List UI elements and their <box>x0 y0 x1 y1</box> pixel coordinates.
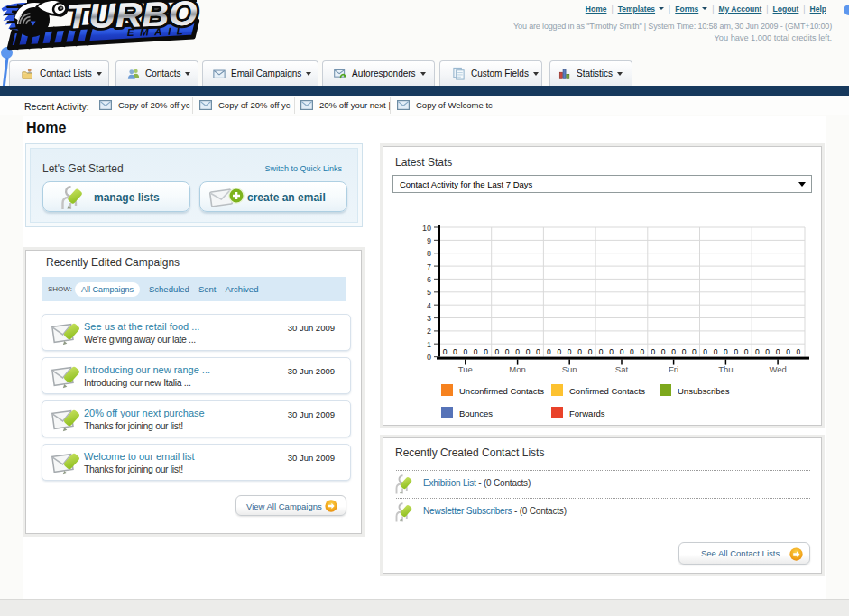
svg-text:Thu: Thu <box>718 364 733 374</box>
svg-text:0: 0 <box>682 347 687 356</box>
svg-text:0: 0 <box>661 347 666 356</box>
svg-text:0: 0 <box>714 347 718 356</box>
svg-text:8: 8 <box>427 249 431 258</box>
svg-text:0: 0 <box>755 347 760 356</box>
svg-text:10: 10 <box>422 224 431 233</box>
svg-text:0: 0 <box>463 347 467 356</box>
svg-text:0: 0 <box>484 347 488 356</box>
svg-text:5: 5 <box>427 288 431 297</box>
svg-text:0: 0 <box>536 347 540 356</box>
svg-text:0: 0 <box>765 347 770 356</box>
svg-text:0: 0 <box>557 347 561 356</box>
svg-text:1: 1 <box>427 340 431 349</box>
svg-text:0: 0 <box>786 347 790 356</box>
svg-text:0: 0 <box>505 347 510 356</box>
svg-text:Fri: Fri <box>669 364 678 374</box>
svg-text:0: 0 <box>427 353 431 362</box>
svg-text:0: 0 <box>577 347 582 356</box>
svg-text:0: 0 <box>547 347 551 356</box>
svg-text:0: 0 <box>599 347 604 356</box>
svg-text:Sun: Sun <box>562 364 577 374</box>
svg-text:6: 6 <box>427 275 431 284</box>
svg-text:0: 0 <box>797 347 801 356</box>
svg-text:0: 0 <box>640 347 644 356</box>
svg-text:0: 0 <box>453 347 457 356</box>
svg-text:0: 0 <box>568 347 572 356</box>
svg-text:0: 0 <box>744 347 749 356</box>
svg-text:0: 0 <box>474 347 478 356</box>
svg-text:0: 0 <box>734 347 738 356</box>
svg-text:9: 9 <box>427 236 431 245</box>
svg-text:Unconfirmed Contacts: Unconfirmed Contacts <box>459 386 544 396</box>
svg-text:0: 0 <box>609 347 614 356</box>
svg-text:Unsubscribes: Unsubscribes <box>678 386 730 396</box>
svg-text:Tue: Tue <box>458 364 473 374</box>
svg-text:7: 7 <box>427 262 431 271</box>
svg-text:Wed: Wed <box>769 364 786 374</box>
svg-text:0: 0 <box>620 347 624 356</box>
svg-text:0: 0 <box>651 347 655 356</box>
svg-text:0: 0 <box>692 347 697 356</box>
svg-text:4: 4 <box>427 301 431 310</box>
svg-text:Confirmed Contacts: Confirmed Contacts <box>569 386 645 396</box>
svg-text:0: 0 <box>526 347 531 356</box>
svg-text:0: 0 <box>630 347 634 356</box>
svg-text:0: 0 <box>724 347 728 356</box>
svg-text:0: 0 <box>703 347 707 356</box>
svg-text:0: 0 <box>776 347 780 356</box>
svg-text:0: 0 <box>494 347 499 356</box>
svg-text:Forwards: Forwards <box>569 409 605 418</box>
svg-text:0: 0 <box>588 347 593 356</box>
svg-text:Bounces: Bounces <box>459 409 493 418</box>
svg-text:Sat: Sat <box>615 364 629 374</box>
svg-text:3: 3 <box>427 314 431 323</box>
svg-text:2: 2 <box>427 326 431 336</box>
svg-text:Mon: Mon <box>509 364 525 374</box>
svg-text:TURBO: TURBO <box>66 0 198 35</box>
svg-text:0: 0 <box>443 347 448 356</box>
svg-text:0: 0 <box>671 347 676 356</box>
svg-text:0: 0 <box>515 347 520 356</box>
